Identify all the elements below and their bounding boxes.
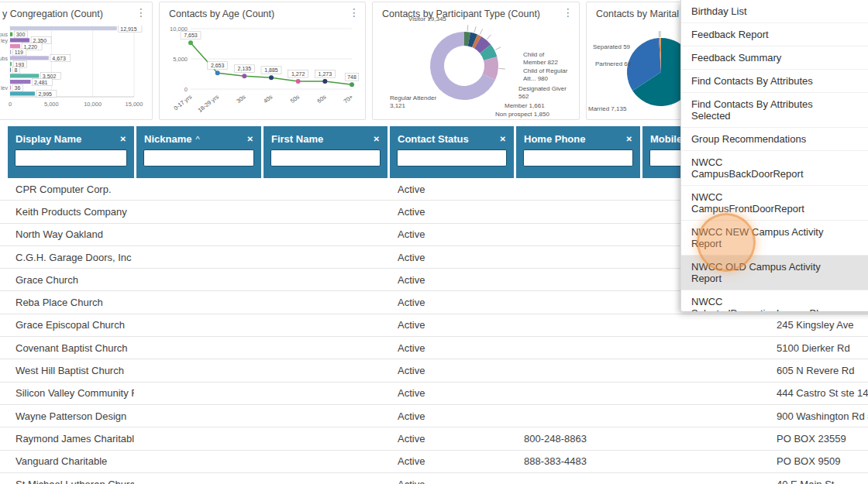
pie-segment-label: Partnered 60: [595, 60, 631, 67]
svg-text:119: 119: [15, 50, 23, 55]
table-row[interactable]: Silicon Valley Community FcActive444 Cas…: [0, 383, 868, 405]
svg-text:2,135: 2,135: [238, 66, 252, 71]
menu-item-group-recommendations[interactable]: Group Recommendations: [681, 128, 868, 151]
donut-segment-label: Designated Giver 562: [518, 85, 568, 100]
remove-column-icon[interactable]: ✕: [495, 135, 506, 143]
svg-text:18-29 yrs: 18-29 yrs: [197, 93, 220, 113]
cell-contact-status: Active: [390, 455, 514, 467]
svg-text:5,000: 5,000: [44, 101, 59, 108]
cell-contact-status: Active: [390, 274, 514, 286]
table-row[interactable]: West Hill Baptist ChurchActive605 N Reve…: [0, 359, 868, 382]
svg-text:748: 748: [347, 74, 356, 80]
menu-item-feedback-summary[interactable]: Feedback Summary: [681, 46, 868, 70]
table-row[interactable]: Covenant Baptist ChurchActive5100 Dierke…: [0, 337, 868, 359]
svg-text:40s: 40s: [262, 93, 274, 105]
donut-segment-label: Regular Attender 3,121: [390, 94, 438, 109]
column-header-first-name[interactable]: First Name✕: [264, 126, 388, 178]
table-row[interactable]: Raymond James CharitableActive800-248-88…: [0, 427, 868, 450]
svg-text:300: 300: [16, 32, 26, 37]
remove-column-icon[interactable]: ✕: [243, 135, 253, 143]
cell-display-name: Raymond James Charitable: [8, 433, 134, 445]
svg-text:ley: ley: [1, 38, 8, 44]
svg-text:2,995: 2,995: [38, 91, 52, 97]
menu-item-find-contacts-by-attributes-selected[interactable]: Find Contacts By Attributes Selected: [681, 93, 868, 128]
svg-text:1,272: 1,272: [291, 71, 305, 77]
column-header-nickname[interactable]: Nickname^✕: [136, 126, 261, 178]
cell-display-name: CPR Computer Corp.: [8, 184, 134, 195]
cell-display-name: Grace Church: [8, 274, 134, 286]
cell-contact-status: Active: [390, 184, 514, 195]
donut-chart: Child of Member 822Child of Regular Att.…: [373, 2, 579, 119]
kebab-menu-icon[interactable]: ⋮: [136, 7, 146, 18]
cell-display-name: St Michael Lutheran Church: [8, 479, 134, 484]
svg-text:10,000: 10,000: [84, 101, 102, 108]
chart-card-age: Contacts by Age (Count) ⋮ 05,00010,0007,…: [159, 2, 366, 120]
cell-address: 40 E Main St: [769, 479, 868, 484]
cell-contact-status: Active: [390, 387, 514, 399]
svg-text:4,673: 4,673: [52, 56, 66, 61]
menu-item-feedback-report[interactable]: Feedback Report: [681, 23, 868, 46]
table-row[interactable]: Grace Episcopal ChurchActive245 Kingsley…: [0, 314, 868, 337]
cell-contact-status: Active: [390, 365, 514, 376]
remove-column-icon[interactable]: ✕: [369, 135, 380, 143]
svg-text:12,915: 12,915: [120, 26, 137, 32]
column-title: First Name: [271, 133, 323, 145]
filter-input-nickname[interactable]: [143, 149, 254, 166]
table-row[interactable]: Vanguard CharitableActive888-383-4483PO …: [0, 451, 868, 473]
cell-display-name: Covenant Baptist Church: [8, 342, 134, 354]
column-title: Display Name: [16, 133, 81, 145]
menu-item-birthday-list[interactable]: Birthday List: [681, 0, 868, 23]
cell-display-name: Reba Place Church: [8, 297, 134, 308]
menu-item-nwcc-campusfrontdoorreport[interactable]: NWCC CampusFrontDoorReport: [681, 186, 868, 221]
app-screen: y Congregation (Count) ⋮ 05,00010,00015,…: [0, 0, 868, 484]
cell-contact-status: Active: [390, 206, 514, 218]
header-gutter: [0, 126, 5, 178]
menu-item-nwcc-campusbackdoorreport[interactable]: NWCC CampusBackDoorReport: [681, 151, 868, 186]
table-row[interactable]: St Michael Lutheran ChurchActive40 E Mai…: [0, 473, 868, 484]
cell-display-name: Grace Episcopal Church: [8, 319, 134, 331]
cell-contact-status: Active: [390, 479, 514, 484]
svg-text:3,502: 3,502: [43, 74, 57, 79]
column-header-display-name[interactable]: Display Name✕: [8, 126, 134, 178]
cell-contact-status: Active: [390, 228, 514, 240]
cell-contact-status: Active: [390, 433, 514, 445]
menu-item-nwcc-new-campus-activity-report[interactable]: NWCC NEW Campus Activity Report: [681, 221, 868, 256]
remove-column-icon[interactable]: ✕: [622, 135, 632, 143]
svg-text:1,220: 1,220: [24, 44, 38, 50]
cell-display-name: Silicon Valley Community Fc: [8, 387, 134, 399]
filter-input-contact-status[interactable]: [397, 149, 507, 166]
svg-text:193: 193: [16, 62, 25, 67]
svg-text:ubs: ubs: [0, 56, 8, 61]
cell-display-name: C.G.H. Garage Doors, Inc: [8, 252, 134, 263]
table-row[interactable]: Wayne Patterson DesignActive900 Washingt…: [0, 405, 868, 427]
remove-column-icon[interactable]: ✕: [115, 135, 126, 143]
filter-input-first-name[interactable]: [270, 149, 381, 166]
cell-display-name: Vanguard Charitable: [8, 455, 134, 467]
cell-address: PO BOX 9509: [769, 455, 868, 467]
filter-input-home-phone[interactable]: [523, 149, 633, 166]
cell-display-name: West Hill Baptist Church: [8, 365, 134, 376]
chart-title-congregation: y Congregation (Count): [0, 2, 152, 19]
donut-segment-label: Visitor 19,345: [408, 15, 470, 23]
column-header-home-phone[interactable]: Home Phone✕: [516, 126, 640, 178]
svg-text:8: 8: [15, 67, 18, 73]
cell-contact-status: Active: [390, 342, 514, 354]
cell-contact-status: Active: [390, 252, 514, 263]
filter-input-display-name[interactable]: [15, 149, 127, 166]
svg-text:2,653: 2,653: [211, 63, 225, 68]
kebab-menu-icon[interactable]: ⋮: [349, 7, 360, 18]
svg-text:50s: 50s: [289, 93, 301, 105]
donut-segment-label: Member 1,661: [505, 102, 567, 110]
cell-address: 245 Kingsley Ave: [769, 319, 868, 331]
svg-text:70+: 70+: [343, 93, 355, 105]
chart-title-age: Contacts by Age (Count): [160, 2, 365, 19]
cell-contact-status: Active: [390, 297, 514, 308]
column-header-contact-status[interactable]: Contact Status✕: [390, 126, 514, 178]
menu-item-nwcc-old-campus-activity-report[interactable]: NWCC OLD Campus Activity Report: [681, 256, 868, 290]
svg-text:60s: 60s: [315, 93, 327, 105]
cell-home-phone: 800-248-8863: [516, 433, 640, 445]
svg-text:10,000: 10,000: [170, 26, 188, 33]
menu-item-nwcc-selecteddonantionimagesplus[interactable]: NWCC SelectedDonantionImagesPlus: [681, 290, 868, 311]
menu-item-find-contacts-by-attributes[interactable]: Find Contacts By Attributes: [681, 70, 868, 93]
cell-address: 605 N Revere Rd: [769, 365, 868, 376]
